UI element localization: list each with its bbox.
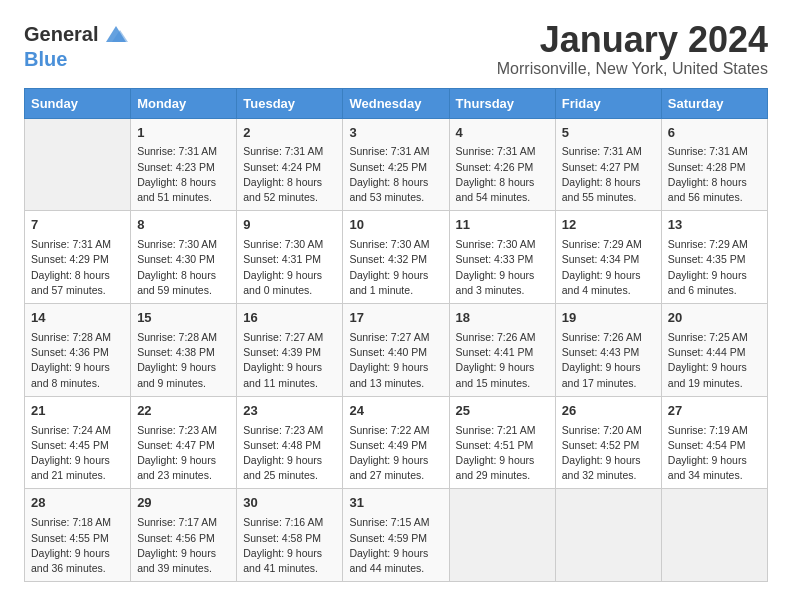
col-monday: Monday: [131, 88, 237, 118]
sunset-time: Sunset: 4:27 PM: [562, 161, 640, 173]
day-info: Sunrise: 7:30 AMSunset: 4:32 PMDaylight:…: [349, 237, 442, 298]
table-row: 23Sunrise: 7:23 AMSunset: 4:48 PMDayligh…: [237, 396, 343, 489]
table-row: 2Sunrise: 7:31 AMSunset: 4:24 PMDaylight…: [237, 118, 343, 211]
logo-text-blue: Blue: [24, 48, 67, 70]
calendar-week-row: 7Sunrise: 7:31 AMSunset: 4:29 PMDaylight…: [25, 211, 768, 304]
sunrise-time: Sunrise: 7:29 AM: [562, 238, 642, 250]
table-row: 22Sunrise: 7:23 AMSunset: 4:47 PMDayligh…: [131, 396, 237, 489]
day-info: Sunrise: 7:26 AMSunset: 4:43 PMDaylight:…: [562, 330, 655, 391]
day-number: 11: [456, 216, 549, 235]
sunset-time: Sunset: 4:28 PM: [668, 161, 746, 173]
sunset-time: Sunset: 4:35 PM: [668, 253, 746, 265]
table-row: 5Sunrise: 7:31 AMSunset: 4:27 PMDaylight…: [555, 118, 661, 211]
sunrise-time: Sunrise: 7:27 AM: [349, 331, 429, 343]
daylight-hours: Daylight: 9 hours and 6 minutes.: [668, 269, 747, 296]
daylight-hours: Daylight: 9 hours and 9 minutes.: [137, 361, 216, 388]
day-number: 10: [349, 216, 442, 235]
sunrise-time: Sunrise: 7:31 AM: [31, 238, 111, 250]
daylight-hours: Daylight: 9 hours and 4 minutes.: [562, 269, 641, 296]
day-number: 6: [668, 124, 761, 143]
daylight-hours: Daylight: 9 hours and 1 minute.: [349, 269, 428, 296]
day-number: 28: [31, 494, 124, 513]
day-number: 24: [349, 402, 442, 421]
table-row: 11Sunrise: 7:30 AMSunset: 4:33 PMDayligh…: [449, 211, 555, 304]
sunrise-time: Sunrise: 7:30 AM: [349, 238, 429, 250]
day-info: Sunrise: 7:17 AMSunset: 4:56 PMDaylight:…: [137, 515, 230, 576]
day-number: 27: [668, 402, 761, 421]
day-info: Sunrise: 7:15 AMSunset: 4:59 PMDaylight:…: [349, 515, 442, 576]
sunset-time: Sunset: 4:32 PM: [349, 253, 427, 265]
day-number: 14: [31, 309, 124, 328]
sunset-time: Sunset: 4:55 PM: [31, 532, 109, 544]
sunset-time: Sunset: 4:47 PM: [137, 439, 215, 451]
day-number: 16: [243, 309, 336, 328]
location-title: Morrisonville, New York, United States: [497, 60, 768, 78]
day-info: Sunrise: 7:21 AMSunset: 4:51 PMDaylight:…: [456, 423, 549, 484]
day-number: 22: [137, 402, 230, 421]
day-number: 20: [668, 309, 761, 328]
daylight-hours: Daylight: 9 hours and 39 minutes.: [137, 547, 216, 574]
sunset-time: Sunset: 4:49 PM: [349, 439, 427, 451]
daylight-hours: Daylight: 9 hours and 34 minutes.: [668, 454, 747, 481]
day-info: Sunrise: 7:30 AMSunset: 4:33 PMDaylight:…: [456, 237, 549, 298]
daylight-hours: Daylight: 9 hours and 29 minutes.: [456, 454, 535, 481]
sunset-time: Sunset: 4:51 PM: [456, 439, 534, 451]
table-row: 13Sunrise: 7:29 AMSunset: 4:35 PMDayligh…: [661, 211, 767, 304]
daylight-hours: Daylight: 9 hours and 21 minutes.: [31, 454, 110, 481]
day-info: Sunrise: 7:23 AMSunset: 4:47 PMDaylight:…: [137, 423, 230, 484]
table-row: 30Sunrise: 7:16 AMSunset: 4:58 PMDayligh…: [237, 489, 343, 582]
sunset-time: Sunset: 4:58 PM: [243, 532, 321, 544]
table-row: 24Sunrise: 7:22 AMSunset: 4:49 PMDayligh…: [343, 396, 449, 489]
daylight-hours: Daylight: 8 hours and 53 minutes.: [349, 176, 428, 203]
sunrise-time: Sunrise: 7:31 AM: [562, 145, 642, 157]
table-row: 19Sunrise: 7:26 AMSunset: 4:43 PMDayligh…: [555, 304, 661, 397]
table-row: 20Sunrise: 7:25 AMSunset: 4:44 PMDayligh…: [661, 304, 767, 397]
day-info: Sunrise: 7:31 AMSunset: 4:24 PMDaylight:…: [243, 144, 336, 205]
sunset-time: Sunset: 4:44 PM: [668, 346, 746, 358]
day-number: 1: [137, 124, 230, 143]
daylight-hours: Daylight: 9 hours and 36 minutes.: [31, 547, 110, 574]
sunrise-time: Sunrise: 7:26 AM: [456, 331, 536, 343]
daylight-hours: Daylight: 9 hours and 17 minutes.: [562, 361, 641, 388]
table-row: 8Sunrise: 7:30 AMSunset: 4:30 PMDaylight…: [131, 211, 237, 304]
calendar-header-row: Sunday Monday Tuesday Wednesday Thursday…: [25, 88, 768, 118]
sunrise-time: Sunrise: 7:15 AM: [349, 516, 429, 528]
day-info: Sunrise: 7:25 AMSunset: 4:44 PMDaylight:…: [668, 330, 761, 391]
day-info: Sunrise: 7:24 AMSunset: 4:45 PMDaylight:…: [31, 423, 124, 484]
day-info: Sunrise: 7:30 AMSunset: 4:31 PMDaylight:…: [243, 237, 336, 298]
table-row: 9Sunrise: 7:30 AMSunset: 4:31 PMDaylight…: [237, 211, 343, 304]
sunrise-time: Sunrise: 7:22 AM: [349, 424, 429, 436]
table-row: 17Sunrise: 7:27 AMSunset: 4:40 PMDayligh…: [343, 304, 449, 397]
calendar-week-row: 28Sunrise: 7:18 AMSunset: 4:55 PMDayligh…: [25, 489, 768, 582]
sunrise-time: Sunrise: 7:30 AM: [137, 238, 217, 250]
sunset-time: Sunset: 4:34 PM: [562, 253, 640, 265]
calendar-week-row: 21Sunrise: 7:24 AMSunset: 4:45 PMDayligh…: [25, 396, 768, 489]
day-number: 26: [562, 402, 655, 421]
table-row: 3Sunrise: 7:31 AMSunset: 4:25 PMDaylight…: [343, 118, 449, 211]
sunset-time: Sunset: 4:54 PM: [668, 439, 746, 451]
sunset-time: Sunset: 4:31 PM: [243, 253, 321, 265]
day-number: 7: [31, 216, 124, 235]
calendar-week-row: 1Sunrise: 7:31 AMSunset: 4:23 PMDaylight…: [25, 118, 768, 211]
table-row: 31Sunrise: 7:15 AMSunset: 4:59 PMDayligh…: [343, 489, 449, 582]
day-info: Sunrise: 7:26 AMSunset: 4:41 PMDaylight:…: [456, 330, 549, 391]
day-info: Sunrise: 7:31 AMSunset: 4:23 PMDaylight:…: [137, 144, 230, 205]
title-block: January 2024 Morrisonville, New York, Un…: [497, 20, 768, 78]
table-row: [555, 489, 661, 582]
sunrise-time: Sunrise: 7:28 AM: [137, 331, 217, 343]
table-row: 1Sunrise: 7:31 AMSunset: 4:23 PMDaylight…: [131, 118, 237, 211]
day-info: Sunrise: 7:31 AMSunset: 4:27 PMDaylight:…: [562, 144, 655, 205]
sunrise-time: Sunrise: 7:31 AM: [137, 145, 217, 157]
daylight-hours: Daylight: 9 hours and 0 minutes.: [243, 269, 322, 296]
day-number: 29: [137, 494, 230, 513]
daylight-hours: Daylight: 9 hours and 27 minutes.: [349, 454, 428, 481]
daylight-hours: Daylight: 9 hours and 15 minutes.: [456, 361, 535, 388]
day-number: 23: [243, 402, 336, 421]
table-row: 16Sunrise: 7:27 AMSunset: 4:39 PMDayligh…: [237, 304, 343, 397]
sunset-time: Sunset: 4:40 PM: [349, 346, 427, 358]
day-number: 21: [31, 402, 124, 421]
sunrise-time: Sunrise: 7:26 AM: [562, 331, 642, 343]
col-saturday: Saturday: [661, 88, 767, 118]
col-wednesday: Wednesday: [343, 88, 449, 118]
day-number: 17: [349, 309, 442, 328]
